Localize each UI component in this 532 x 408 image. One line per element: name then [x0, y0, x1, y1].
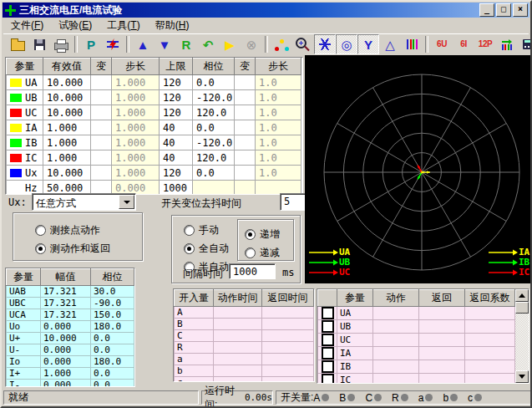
param-value-cell[interactable]: 10.000 [43, 75, 91, 90]
scroll-thumb[interactable] [515, 302, 529, 314]
param-chg2-cell[interactable] [235, 150, 256, 166]
scroll-up-icon[interactable] [515, 289, 529, 302]
result-checkbox[interactable] [322, 307, 334, 319]
direction-option-2[interactable]: 递减 [245, 246, 293, 260]
stop-button[interactable]: ⊗ [241, 34, 262, 54]
undo-button[interactable]: ↶ [197, 34, 219, 54]
six-i-button[interactable]: 6I [453, 34, 474, 54]
param-limit-cell[interactable]: 1000 [160, 181, 193, 196]
param-chg2-cell[interactable] [235, 135, 256, 150]
param-phase_step-cell[interactable]: 1.0 [256, 120, 301, 135]
param-chg2-cell[interactable] [235, 181, 256, 196]
y-connection-view-button[interactable]: Y [357, 34, 379, 54]
param-chg2-cell[interactable] [235, 166, 256, 181]
auto-mode-option-2[interactable]: 全自动 [184, 242, 229, 256]
result-checkbox[interactable] [322, 360, 334, 373]
step-down-button[interactable]: ▼ [154, 34, 175, 54]
calculator-button[interactable] [518, 34, 532, 54]
param-step-cell[interactable]: 1.000 [112, 75, 160, 90]
param-chg-cell[interactable] [91, 75, 112, 90]
param-phase-cell[interactable] [193, 181, 235, 196]
test-mode-radio[interactable] [35, 243, 46, 254]
result-checkbox[interactable] [322, 334, 334, 346]
print-button[interactable] [50, 34, 72, 54]
result-checkbox[interactable] [322, 320, 334, 333]
param-chg-cell[interactable] [91, 135, 112, 150]
param-chg2-cell[interactable] [235, 120, 256, 135]
param-phase_step-cell[interactable]: 1.0 [256, 135, 301, 150]
param-phase_step-cell[interactable]: 1.0 [256, 90, 301, 105]
twelve-p-button[interactable]: 12P [474, 34, 496, 54]
param-chg-cell[interactable] [91, 150, 112, 166]
trace-view-button[interactable]: ◎ [336, 34, 357, 54]
minimize-button[interactable]: _ [479, 3, 494, 17]
step-up-button[interactable]: ▲ [132, 34, 154, 54]
maximize-button[interactable]: □ [496, 3, 511, 17]
test-mode-radio[interactable] [35, 225, 46, 236]
ux-mode-select[interactable]: 任意方式 [32, 193, 136, 211]
param-phase_step-cell[interactable]: 1.0 [256, 75, 301, 90]
param-phase-cell[interactable]: 120.0 [193, 105, 235, 120]
param-limit-cell[interactable]: 40 [160, 120, 193, 135]
param-chg2-cell[interactable] [235, 105, 256, 120]
param-phase-cell[interactable]: 120.0 [193, 150, 235, 166]
param-phase-cell[interactable]: 0.0 [193, 120, 235, 135]
param-step-cell[interactable]: 1.000 [112, 120, 160, 135]
direction-radio[interactable] [245, 229, 256, 240]
auto-mode-option-1[interactable]: 手动 [184, 223, 229, 237]
param-limit-cell[interactable]: 40 [160, 150, 193, 166]
six-u-button[interactable]: 6U [431, 34, 453, 54]
param-chg2-cell[interactable] [235, 90, 256, 105]
param-limit-cell[interactable]: 120 [160, 90, 193, 105]
direction-option-1[interactable]: 递增 [245, 227, 293, 242]
param-limit-cell[interactable]: 120 [160, 75, 193, 90]
param-step-cell[interactable]: 1.000 [112, 90, 160, 105]
param-phase-cell[interactable]: 0.0 [193, 166, 235, 181]
param-step-cell[interactable]: 1.000 [112, 135, 160, 150]
param-limit-cell[interactable]: 40 [160, 135, 193, 150]
sequence-output-button[interactable] [496, 34, 518, 54]
output-hold-button[interactable]: P [80, 34, 102, 54]
close-button[interactable]: × [513, 3, 528, 17]
test-mode-option-1[interactable]: 测接点动作 [35, 223, 142, 237]
param-value-cell[interactable]: 1.000 [43, 120, 91, 135]
param-phase-cell[interactable]: 0.0 [193, 75, 235, 90]
save-button[interactable] [28, 34, 50, 54]
menu-item-T[interactable]: 工具(T) [99, 18, 147, 33]
param-value-cell[interactable]: 10.000 [43, 166, 91, 181]
param-phase_step-cell[interactable]: 1.0 [256, 150, 301, 166]
menu-item-F[interactable]: 文件(F) [3, 18, 51, 33]
param-step-cell[interactable]: 1.000 [112, 166, 160, 181]
param-value-cell[interactable]: 1.000 [43, 135, 91, 150]
param-step-cell[interactable]: 1.000 [112, 150, 160, 166]
test-mode-option-2[interactable]: 测动作和返回 [35, 242, 142, 256]
menu-item-E[interactable]: 试验(E) [51, 18, 99, 33]
param-step-cell[interactable]: 1.000 [112, 105, 160, 120]
reset-button[interactable]: R [175, 34, 197, 54]
param-phase-cell[interactable]: -120.0 [193, 90, 235, 105]
result-table-scrollbar[interactable] [515, 289, 529, 383]
scroll-down-icon[interactable] [515, 370, 529, 383]
param-chg2-cell[interactable] [235, 75, 256, 90]
menu-item-H[interactable]: 帮助(H) [148, 18, 197, 33]
wiring-diagram-button[interactable] [271, 34, 292, 54]
delta-view-button[interactable]: △ [379, 34, 401, 54]
param-chg-cell[interactable] [91, 120, 112, 135]
param-chg-cell[interactable] [91, 90, 112, 105]
zoom-view-button[interactable] [292, 34, 314, 54]
param-phase-cell[interactable]: -120.0 [193, 135, 235, 150]
result-checkbox[interactable] [322, 374, 334, 384]
param-limit-cell[interactable]: 120 [160, 166, 193, 181]
param-limit-cell[interactable]: 120 [160, 105, 193, 120]
vector-view-button[interactable] [314, 34, 336, 54]
param-phase_step-cell[interactable]: 1.0 [256, 166, 301, 181]
param-value-cell[interactable]: 10.000 [43, 90, 91, 105]
param-value-cell[interactable]: 10.000 [43, 105, 91, 120]
auto-mode-radio[interactable] [184, 225, 195, 236]
direction-radio[interactable] [245, 247, 256, 258]
auto-mode-radio[interactable] [184, 243, 195, 254]
open-button[interactable] [7, 34, 28, 54]
result-checkbox[interactable] [322, 347, 334, 360]
combo-dropdown-icon[interactable] [119, 195, 134, 209]
param-phase_step-cell[interactable]: 1.0 [256, 105, 301, 120]
